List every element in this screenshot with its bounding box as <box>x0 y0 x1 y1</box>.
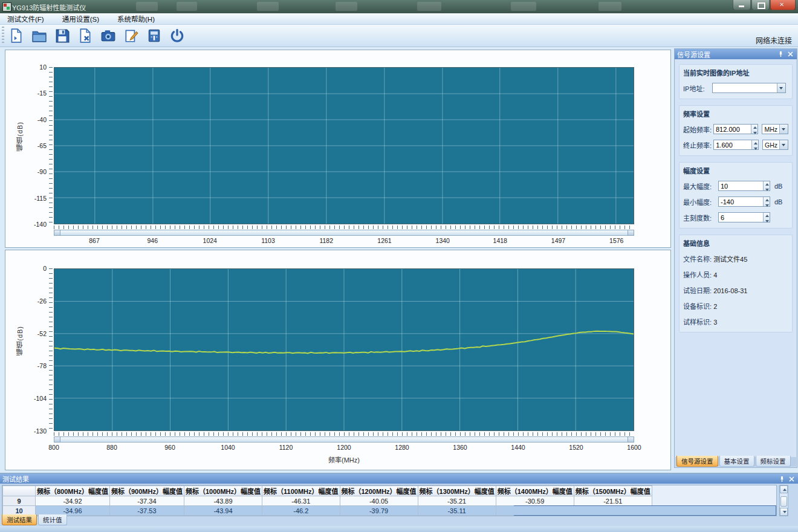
test-results-dock: 测试结果 频标（800MHz）幅度值频标（900MHz）幅度值频标（1000MH… <box>0 473 798 526</box>
close-document-button[interactable] <box>76 27 94 45</box>
column-header[interactable]: 频标（1400MHz）幅度值 <box>496 486 574 496</box>
edit-report-button[interactable] <box>122 27 140 45</box>
x-tick-label: 1040 <box>221 444 235 451</box>
amplitude-cell[interactable]: -46.2 <box>262 506 340 516</box>
ip-address-select[interactable] <box>712 83 786 93</box>
chevron-down-icon[interactable] <box>777 83 785 92</box>
column-header[interactable]: 频标（1100MHz）幅度值 <box>262 486 340 496</box>
titlebar-highlight <box>136 2 158 11</box>
scroll-down-icon[interactable] <box>780 508 788 516</box>
x-axis-scrollbar[interactable] <box>54 230 634 236</box>
minimize-button[interactable] <box>733 0 751 10</box>
edit-report-icon <box>123 28 139 44</box>
pin-icon[interactable] <box>778 475 786 483</box>
x-axis-scrollbar[interactable] <box>54 436 634 443</box>
min-amplitude-stepper[interactable] <box>763 197 770 206</box>
amplitude-cell[interactable]: -21.51 <box>574 496 652 506</box>
amplitude-cell[interactable]: -30.59 <box>496 496 574 506</box>
min-amplitude-unit: dB <box>774 198 782 206</box>
min-amplitude-input[interactable] <box>719 197 763 206</box>
start-frequency-input[interactable] <box>714 125 751 134</box>
scrollbar-thumb[interactable] <box>780 496 787 507</box>
min-amplitude-label: 最小幅度: <box>683 197 718 207</box>
amplitude-chart-panel: 幅值(dB) 0-26-52-78-104-130 80088096010401… <box>5 250 671 470</box>
x-axis-ticks: 86794610241103118212611340141814971576 <box>54 237 634 245</box>
x-tick-label: 880 <box>106 444 117 451</box>
chevron-down-icon[interactable] <box>779 125 788 134</box>
x-tick-label: 946 <box>147 237 158 244</box>
amplitude-cell[interactable]: -37.53 <box>109 506 184 516</box>
y-tick-label: -26 <box>37 297 47 305</box>
ip-section-title: 当前实时图像的IP地址 <box>683 68 788 77</box>
row-header[interactable]: 9 <box>3 496 36 506</box>
scroll-up-icon[interactable] <box>780 485 788 493</box>
scroll-handle-right[interactable] <box>628 436 634 443</box>
x-tick-label: 1360 <box>453 444 467 451</box>
tab-basic-settings[interactable]: 基本设置 <box>719 456 754 467</box>
vertical-scrollbar[interactable] <box>779 485 788 516</box>
divisions-stepper[interactable] <box>763 213 770 222</box>
table-row[interactable]: 9-34.92-37.34-43.89-46.31-40.05-35.21-30… <box>3 496 652 506</box>
menu-test-file[interactable]: 测试文件(F) <box>5 13 47 24</box>
dock-title: 信号源设置 <box>677 50 710 59</box>
y-tick-label: -52 <box>37 330 47 337</box>
amplitude-cell[interactable]: -40.05 <box>340 496 418 506</box>
power-button[interactable] <box>168 27 186 45</box>
scroll-handle-right[interactable] <box>628 230 634 236</box>
pin-icon[interactable] <box>777 50 785 58</box>
column-header[interactable] <box>3 486 36 496</box>
start-frequency-unit-select[interactable]: MHz <box>762 124 788 134</box>
tab-test-results[interactable]: 测试结果 <box>2 514 37 525</box>
start-frequency-unit: MHz <box>762 126 779 133</box>
tab-statistics[interactable]: 统计值 <box>38 514 67 525</box>
tab-signal-source-settings[interactable]: 信号源设置 <box>676 456 718 467</box>
instrument-panel-button[interactable] <box>145 27 163 45</box>
divisions-input[interactable] <box>719 213 763 222</box>
stop-frequency-stepper[interactable] <box>751 140 758 149</box>
stop-frequency-unit-select[interactable]: GHz <box>762 140 788 150</box>
amplitude-cell[interactable]: -46.31 <box>262 496 340 506</box>
x-tick-label: 1576 <box>609 237 623 244</box>
amplitude-cell[interactable]: -43.94 <box>184 506 262 516</box>
amplitude-cell[interactable]: -37.34 <box>109 496 184 506</box>
toolbar-grip[interactable] <box>2 27 4 45</box>
x-tick-label: 1103 <box>261 237 275 244</box>
column-header[interactable]: 频标（1300MHz）幅度值 <box>418 486 496 496</box>
max-amplitude-label: 最大幅度: <box>683 181 718 191</box>
x-tick-label: 960 <box>164 444 175 451</box>
save-button[interactable] <box>53 27 71 45</box>
column-header[interactable]: 频标（800MHz）幅度值 <box>36 486 110 496</box>
amplitude-cell[interactable]: -35.11 <box>418 506 496 516</box>
stop-frequency-input[interactable] <box>714 140 751 149</box>
close-icon[interactable] <box>788 475 796 483</box>
menu-system-help[interactable]: 系统帮助(H) <box>115 13 157 24</box>
dock-header: 测试结果 <box>0 474 798 484</box>
titlebar-highlight <box>177 2 197 11</box>
amplitude-cell[interactable]: -35.21 <box>418 496 496 506</box>
amplitude-cell[interactable]: -39.79 <box>340 506 418 516</box>
scroll-handle-left[interactable] <box>54 230 60 236</box>
max-amplitude-stepper[interactable] <box>763 181 770 190</box>
column-header[interactable]: 频标（1500MHz）幅度值 <box>574 486 652 496</box>
x-tick-label: 1440 <box>511 444 525 451</box>
close-button[interactable]: ✕ <box>770 0 796 10</box>
titlebar-highlight <box>257 2 279 11</box>
stop-frequency-unit: GHz <box>763 141 779 149</box>
amplitude-cell[interactable]: -34.92 <box>36 496 110 506</box>
column-header[interactable]: 频标（1200MHz）幅度值 <box>340 486 418 496</box>
column-header[interactable]: 频标（900MHz）幅度值 <box>109 486 184 496</box>
info-section-title: 基础信息 <box>683 238 788 248</box>
maximize-button[interactable] <box>751 0 770 10</box>
column-header[interactable]: 频标（1000MHz）幅度值 <box>184 486 262 496</box>
menu-general-settings[interactable]: 通用设置(S) <box>60 13 102 24</box>
close-icon[interactable] <box>787 50 794 58</box>
amplitude-cell[interactable]: -43.89 <box>184 496 262 506</box>
start-frequency-stepper[interactable] <box>751 125 757 134</box>
max-amplitude-input[interactable] <box>719 181 763 190</box>
screenshot-button[interactable] <box>99 27 117 45</box>
chevron-down-icon[interactable] <box>779 140 788 149</box>
tab-marker-settings[interactable]: 频标设置 <box>756 456 791 467</box>
open-folder-button[interactable] <box>30 27 48 45</box>
new-document-button[interactable] <box>7 27 25 45</box>
scroll-handle-left[interactable] <box>54 436 60 443</box>
